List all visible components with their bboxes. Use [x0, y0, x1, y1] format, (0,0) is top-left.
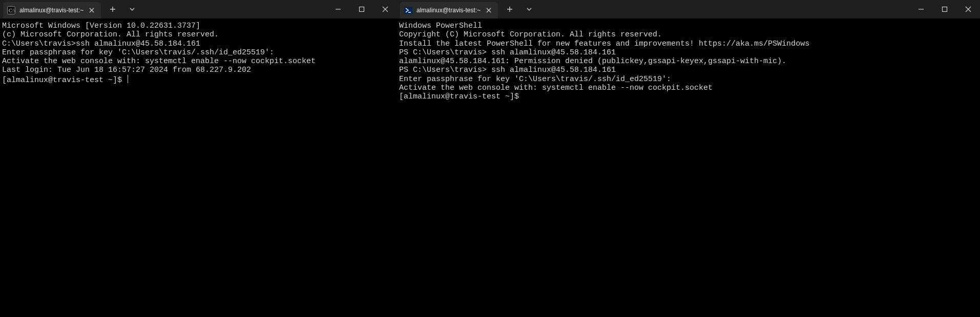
- terminal-line: alamlinux@45.58.184.161: Permission deni…: [399, 57, 978, 66]
- window-right: almalinux@travis-test:~: [397, 0, 980, 317]
- cursor: [128, 75, 128, 83]
- window-controls-left: [326, 0, 397, 18]
- terminal-left[interactable]: Microsoft Windows [Version 10.0.22631.37…: [0, 18, 397, 317]
- terminal-line: PS C:\Users\travis> ssh alamlinux@45.58.…: [399, 48, 978, 57]
- new-tab-button-left[interactable]: [104, 2, 121, 17]
- cmd-icon: C:\: [7, 6, 15, 14]
- minimize-button-left[interactable]: [326, 0, 350, 18]
- terminal-line: (c) Microsoft Corporation. All rights re…: [2, 30, 395, 39]
- tab-close-left[interactable]: [88, 6, 96, 14]
- terminal-line: Activate the web console with: systemctl…: [2, 57, 395, 66]
- terminal-right[interactable]: Windows PowerShellCopyright (C) Microsof…: [397, 18, 980, 317]
- terminal-line: [almalinux@travis-test ~]$: [399, 92, 978, 101]
- terminal-line: Last login: Tue Jun 18 16:57:27 2024 fro…: [2, 66, 395, 74]
- tab-title-right: almalinux@travis-test:~: [416, 7, 481, 14]
- svg-text:C:\: C:\: [9, 8, 15, 13]
- tab-title-left: almalinux@travis-test:~: [19, 7, 84, 14]
- terminal-line: C:\Users\travis>ssh almalinux@45.58.184.…: [2, 39, 395, 48]
- powershell-icon: [404, 6, 412, 14]
- minimize-button-right[interactable]: [909, 0, 933, 18]
- new-tab-button-right[interactable]: [501, 2, 518, 17]
- close-button-left[interactable]: [373, 0, 397, 18]
- close-button-right[interactable]: [956, 0, 980, 18]
- terminal-line: Enter passphrase for key 'C:\Users\travi…: [2, 48, 395, 57]
- maximize-button-left[interactable]: [350, 0, 373, 18]
- terminal-line: Install the latest PowerShell for new fe…: [399, 39, 978, 48]
- tabbar-actions-left: [101, 0, 141, 18]
- maximize-button-right[interactable]: [933, 0, 956, 18]
- window-controls-right: [909, 0, 980, 18]
- terminal-line: Windows PowerShell: [399, 22, 978, 30]
- tab-left[interactable]: C:\ almalinux@travis-test:~: [3, 2, 101, 18]
- terminal-line: Activate the web console with: systemctl…: [399, 84, 978, 92]
- tab-dropdown-left[interactable]: [123, 2, 141, 17]
- terminal-line: Microsoft Windows [Version 10.0.22631.37…: [2, 22, 395, 30]
- terminal-line: Enter passphrase for key 'C:\Users\travi…: [399, 75, 978, 84]
- title-bar-right: almalinux@travis-test:~: [397, 0, 980, 18]
- terminal-line: PS C:\Users\travis> ssh almalinux@45.58.…: [399, 66, 978, 74]
- tab-right[interactable]: almalinux@travis-test:~: [400, 2, 498, 18]
- svg-rect-4: [943, 7, 947, 12]
- terminal-line: [almalinux@travis-test ~]$: [2, 75, 395, 85]
- terminal-line: Copyright (C) Microsoft Corporation. All…: [399, 30, 978, 39]
- tabbar-actions-right: [498, 0, 538, 18]
- title-bar-left: C:\ almalinux@travis-test:~: [0, 0, 397, 18]
- window-left: C:\ almalinux@travis-test:~: [0, 0, 397, 317]
- svg-rect-2: [360, 7, 364, 12]
- tab-dropdown-right[interactable]: [520, 2, 538, 17]
- tab-close-right[interactable]: [485, 6, 493, 14]
